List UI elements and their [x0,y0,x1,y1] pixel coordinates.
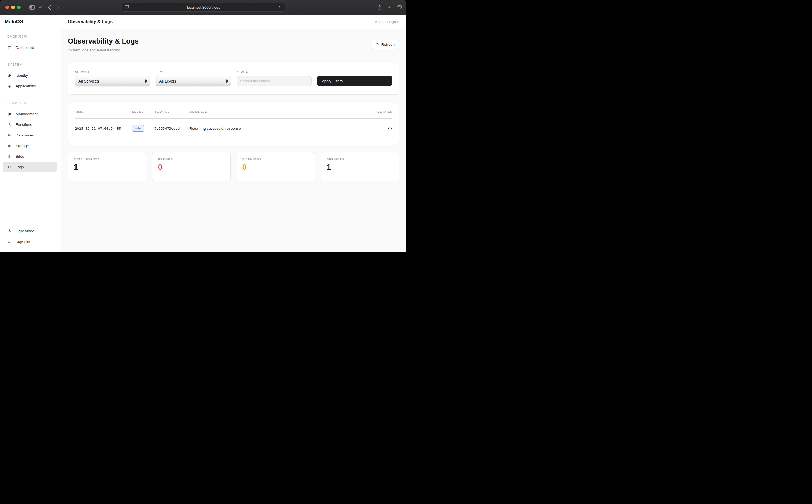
address-bar[interactable]: localhost:8000/#logs ↻ [122,3,285,12]
service-select-value: All Services [78,79,145,83]
sites-icon: ◫ [7,154,12,159]
nav-section: OVERVIEW▢Dashboard [3,35,57,53]
stat-card-warnings: WARNINGS0 [236,152,315,181]
sidebar-item-dashboard[interactable]: ▢Dashboard [3,42,57,53]
sidebar-item-label: Logs [16,165,24,169]
sidebar-item-storage[interactable]: ⊞Storage [3,140,57,151]
sidebar-item-label: Identity [16,73,28,78]
back-button-icon[interactable] [48,5,51,10]
tab-overview-icon[interactable] [397,5,401,9]
traffic-lights [5,6,21,9]
nav-section-label: OVERVIEW [7,35,57,38]
minimize-window-button[interactable] [11,6,15,9]
reload-icon[interactable]: ↻ [278,5,282,10]
sidebar-toggle-icon[interactable] [29,5,35,10]
page-subtitle: System logs and event tracking [68,48,139,52]
level-badge[interactable]: info [132,125,144,132]
stats-row: TOTAL EVENTS1ERRORS0WARNINGS0SERVICES1 [68,152,399,181]
table-row[interactable]: 2025-12-31 07:00:34 PMinfo7b335473ededRe… [75,119,392,138]
column-header-details: DETAILS [361,110,392,113]
refresh-label: Refresh [381,42,394,47]
nav-section: SERVICES▣ManagementλFunctions⊡Databases⊞… [3,101,57,172]
select-arrows-icon [145,79,147,83]
level-select-value: All Levels [159,79,225,83]
sidebar-item-light-mode[interactable]: ☀Light Mode [3,225,57,236]
sidebar-item-label: Databases [16,133,34,137]
stat-card-errors: ERRORS0 [152,152,231,181]
service-select[interactable]: All Services [75,76,150,86]
sidebar-item-sites[interactable]: ◫Sites [3,151,57,162]
stat-label: WARNINGS [242,158,309,161]
log-level-cell: info [132,125,154,132]
log-details[interactable]: {} [361,126,392,131]
log-source: 7b335473eded [154,126,189,131]
identity-icon: ◉ [7,73,12,78]
forward-button-icon [56,5,59,10]
log-time: 2025-12-31 07:00:34 PM [75,126,132,131]
storage-icon: ⊞ [7,143,12,148]
sidebar-item-functions[interactable]: λFunctions [3,119,57,130]
page-format-icon[interactable] [125,5,129,9]
user-name: Anna Lindgren [375,20,399,24]
app-brand: MolnOS [0,15,61,29]
content: Observability & Logs System logs and eve… [61,29,406,252]
apply-filters-button[interactable]: Apply Filters [317,76,392,86]
applications-icon: ◈ [7,84,12,88]
level-select[interactable]: All Levels [155,76,231,86]
search-input[interactable] [236,76,311,86]
select-arrows-icon [226,79,228,83]
logs-table-body: 2025-12-31 07:00:34 PMinfo7b335473ededRe… [75,119,392,138]
stat-card-total-events: TOTAL EVENTS1 [68,152,146,181]
sidebar-item-label: Management [16,112,38,116]
close-window-button[interactable] [5,6,9,9]
filters-panel: SERVICE All Services LEVEL All Levels SE… [68,63,399,95]
stat-card-services: SERVICES1 [321,152,399,181]
service-label: SERVICE [75,70,150,74]
sidebar-nav: OVERVIEW▢DashboardSYSTEM◉Identity◈Applic… [0,29,61,222]
column-header-level: LEVEL [132,110,154,113]
logs-icon: ⊟ [7,165,12,169]
sidebar-item-management[interactable]: ▣Management [3,109,57,119]
nav-section-label: SYSTEM [7,63,57,66]
sidebar-item-sign-out[interactable]: ↩Sign Out [3,236,57,248]
refresh-icon: ↻ [376,42,379,46]
logs-table-header: TIMELEVELSOURCEMESSAGEDETAILS [75,105,392,119]
sidebar-item-applications[interactable]: ◈Applications [3,81,57,91]
sidebar-item-logs[interactable]: ⊟Logs [3,162,57,172]
zoom-window-button[interactable] [17,6,21,9]
logs-table-card: TIMELEVELSOURCEMESSAGEDETAILS 2025-12-31… [68,103,399,145]
column-header-source: SOURCE [154,110,189,113]
nav-section: SYSTEM◉Identity◈Applications [3,63,57,91]
chevron-down-icon[interactable] [39,6,42,8]
search-label: SEARCH [236,70,311,74]
databases-icon: ⊡ [7,133,12,137]
sidebar-item-identity[interactable]: ◉Identity [3,70,57,81]
stat-value: 0 [242,163,309,172]
sidebar-item-label: Applications [16,84,36,88]
column-header-time: TIME [75,110,132,113]
sidebar-item-label: Sign Out [16,240,30,244]
browser-toolbar: localhost:8000/#logs ↻ + [0,0,406,15]
refresh-button[interactable]: ↻ Refresh [372,40,399,49]
management-icon: ▣ [7,112,12,116]
level-label: LEVEL [155,70,231,74]
new-tab-icon[interactable]: + [387,4,390,10]
stat-value: 0 [158,163,225,172]
functions-icon: λ [7,122,12,127]
sidebar-footer: ☀Light Mode↩Sign Out [0,222,61,252]
page-title: Observability & Logs [68,37,139,45]
stat-label: ERRORS [158,158,225,161]
sidebar-item-label: Storage [16,144,29,148]
sidebar-item-label: Dashboard [16,45,34,50]
sidebar-item-label: Sites [16,154,24,159]
stat-value: 1 [74,163,140,172]
column-header-message: MESSAGE [189,110,361,113]
sidebar-item-databases[interactable]: ⊡Databases [3,130,57,140]
stat-label: TOTAL EVENTS [74,158,140,161]
share-icon[interactable] [377,5,381,10]
topbar-title: Observability & Logs [68,19,112,24]
sun-icon: ☀ [7,229,12,233]
sign-out-icon: ↩ [7,240,12,244]
dashboard-icon: ▢ [7,45,12,50]
topbar: Observability & Logs Anna Lindgren [61,15,406,29]
